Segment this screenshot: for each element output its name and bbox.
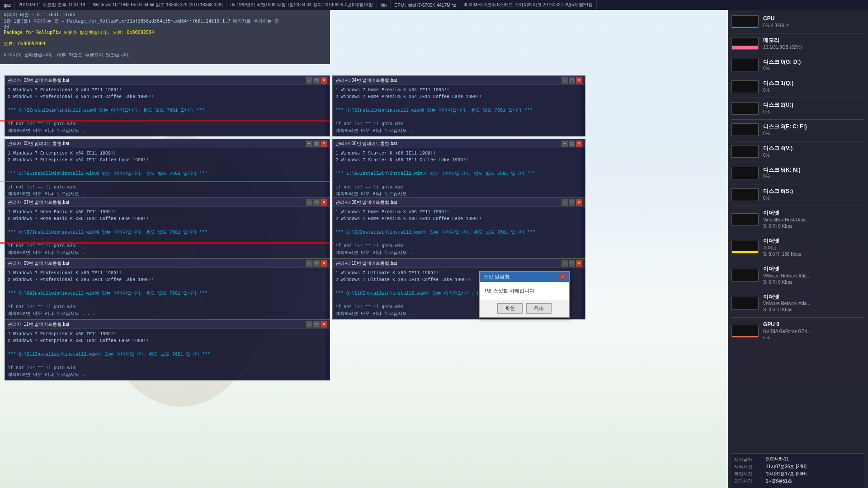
cmd-titlebar-cmd3: 관리자: 05번 업데이트통합.bat−□✕ — [5, 139, 330, 148]
cmd-line-cmd7-0: 1 Windows 7 Professional K x86 IE11 1909… — [8, 270, 327, 277]
sidebar-sub-label-disk2: 0% — [763, 109, 793, 115]
cmd-minimize-btn-cmd2[interactable]: − — [561, 77, 568, 84]
sidebar-divider — [731, 206, 864, 206]
cmd-title-text-cmd1: 관리자: 03번 업데이트통합.bat — [8, 77, 69, 84]
cmd-close-btn-cmd7[interactable]: ✕ — [321, 260, 327, 267]
cmd-line-cmd4-3: *** I:\$6Installwin\install2.wim에 있는 이미지… — [335, 170, 582, 177]
scan-line-cyan-1 — [0, 181, 330, 182]
taskbar-datetime: 2019.09.11 수요일 오후 01:31:18 — [15, 0, 89, 10]
cmd-minimize-btn-cmd7[interactable]: − — [306, 260, 312, 267]
cmd-controls-cmd5: −□✕ — [306, 199, 327, 206]
sidebar-main-label-disk2: 디스크 2(U:) — [763, 101, 793, 109]
cmd-line-cmd1-6: 계속하려면 아무 키나 누르십시오 . — [8, 127, 327, 134]
sidebar-divider — [731, 163, 864, 163]
cmd-line-cmd5-3: *** V:\$7Installwin\install2.wim에 있는 이미지… — [8, 229, 327, 236]
cmd-line-cmd4-5: if not lk! == !l goto.wim — [335, 184, 582, 191]
cmd-maximize-btn-cmd5[interactable]: □ — [313, 199, 320, 206]
cmd-maximize-btn-cmd4[interactable]: □ — [569, 141, 575, 147]
sidebar-item-disk6: 디스크 6(S:)0% — [731, 186, 864, 203]
cmd-scrollbar-cmd4[interactable] — [581, 148, 585, 199]
cmd-close-btn-cmd3[interactable]: ✕ — [321, 141, 327, 147]
sidebar-label-disk2: 디스크 2(U:)0% — [763, 101, 793, 115]
sidebar-item-net2: 이더넷이더넷 S: 8.0 R: 136 Kbps — [731, 236, 864, 259]
sidebar-divider — [731, 234, 864, 234]
cmd-scrollbar-cmd7[interactable] — [326, 268, 330, 319]
cmd-maximize-btn-cmd3[interactable]: □ — [313, 141, 320, 147]
cmd-scrollbar-cmd3[interactable] — [326, 148, 330, 199]
dialog-cancel-button[interactable]: 취소 — [526, 303, 552, 314]
sidebar-label-disk3: 디스크 3(E: C: F:)0% — [763, 123, 807, 137]
dialog-close-button[interactable]: ✕ — [559, 274, 566, 280]
sidebar-item-mem: 메모리10.1/31.9GB (32%) — [731, 35, 864, 52]
cmd-line-cmd4-1: 2 Windows 7 Starter K x86 IE11 Coffee La… — [335, 157, 582, 164]
cmd-controls-cmd3: −□✕ — [306, 141, 327, 147]
cmd-window-cmd3: 관리자: 05번 업데이트통합.bat−□✕ 1 Windows 7 Enter… — [5, 139, 330, 200]
cmd-close-btn-cmd8[interactable]: ✕ — [576, 260, 582, 267]
sidebar-bar-gpu — [731, 325, 759, 338]
cmd-maximize-btn-cmd2[interactable]: □ — [569, 77, 575, 84]
cmd-close-btn-cmd1[interactable]: ✕ — [321, 77, 327, 84]
cmd-line-cmd4-2 — [335, 164, 582, 170]
sidebar-main-label-net1: 이더넷 — [763, 209, 808, 217]
cmd-line-cmd2-5: if not lk! == !l goto.wim — [335, 121, 582, 127]
cmd-minimize-btn-cmd4[interactable]: − — [561, 141, 568, 147]
cmd-line-cmd6-0: 1 Windows 7 Home Premium K x86 IE11 1909… — [335, 209, 582, 216]
start-time-key: 시작시간: — [734, 464, 766, 470]
sidebar-main-label-net4: 이더넷 — [763, 293, 810, 301]
cmd-minimize-btn-cmd8[interactable]: − — [561, 260, 568, 267]
sidebar-main-label-disk0: 디스크 0(G: D:) — [763, 58, 801, 66]
cmd-title-text-cmd8: 관리자: 10번 업데이트통합.bat — [335, 260, 397, 267]
cmd-close-btn-cmd4[interactable]: ✕ — [576, 141, 582, 147]
dialog-ok-button[interactable]: 확인 — [497, 303, 523, 314]
cmd-line-cmd2-4 — [335, 114, 582, 121]
cmd-maximize-btn-cmd9[interactable]: □ — [313, 321, 320, 328]
sidebar-divider — [731, 98, 864, 98]
cmd-close-btn-cmd2[interactable]: ✕ — [576, 77, 582, 84]
time-row-confirm-time: 확인시간: 13시31분17초 [24H] — [734, 471, 862, 477]
cmd-line-cmd9-3: *** Q:\$11Installwin\install2.wim에 있는 이미… — [8, 351, 327, 358]
cmd-close-btn-cmd5[interactable]: ✕ — [321, 199, 327, 206]
cmd-minimize-btn-cmd5[interactable]: − — [306, 199, 312, 206]
sidebar-bar-disk6 — [731, 188, 759, 201]
sidebar-bar-fill-cpu — [732, 27, 758, 28]
taskbar-cpu-info: CPU : intel i7-6700K 4417MHz — [391, 0, 460, 10]
cmd-maximize-btn-cmd7[interactable]: □ — [313, 260, 320, 267]
cmd-scrollbar-cmd1[interactable] — [326, 85, 330, 136]
cmd-line-cmd4-6: 계속하려면 아무 키나 누르십시오 . — [335, 191, 582, 197]
cmd-close-btn-cmd6[interactable]: ✕ — [576, 199, 582, 206]
cmd-maximize-btn-cmd1[interactable]: □ — [313, 77, 320, 84]
cmd-scrollbar-cmd2[interactable] — [581, 85, 585, 136]
main-line2: 1종 1물(물) 처리하는 중 - Package_for_RollupFix~… — [4, 18, 326, 24]
sidebar-bar-cpu — [731, 15, 759, 28]
cmd-maximize-btn-cmd8[interactable]: □ — [569, 260, 575, 267]
cmd-content-cmd2: 1 Windows 7 Home Premium K x64 IE11 1909… — [333, 85, 585, 136]
cmd-line-cmd9-1: 2 Windows 7 Enterprise K x86 IE11 Coffee… — [8, 338, 327, 344]
cmd-close-btn-cmd9[interactable]: ✕ — [321, 321, 327, 328]
cmd-minimize-btn-cmd3[interactable]: − — [306, 141, 312, 147]
cmd-window-cmd2: 관리자: 04번 업데이트통합.bat−□✕ 1 Windows 7 Home … — [332, 75, 585, 136]
cmd-line-cmd5-4 — [8, 236, 327, 243]
sidebar-item-disk3: 디스크 3(E: C: F:)0% — [731, 122, 864, 138]
cmd-maximize-btn-cmd6[interactable]: □ — [569, 199, 575, 206]
cmd-scrollbar-cmd6[interactable] — [581, 207, 585, 258]
cmd-titlebar-cmd9: 관리자: 11번 업데이트통합.bat−□✕ — [5, 320, 330, 329]
cmd-titlebar-cmd7: 관리자: 09번 업데이트통합.bat−□✕ — [5, 259, 330, 268]
cmd-titlebar-cmd5: 관리자: 07번 업데이트통합.bat−□✕ — [5, 198, 330, 207]
cmd-minimize-btn-cmd9[interactable]: − — [306, 321, 312, 328]
start-date-key: 시작날짜: — [734, 456, 766, 463]
taskbar-app-name: qaz — [0, 0, 15, 10]
sidebar-bar-disk1 — [731, 80, 759, 93]
cmd-line-cmd1-2 — [8, 100, 327, 107]
dialog-titlebar: 스샷 알림창 ✕ — [480, 272, 569, 282]
cmd-minimize-btn-cmd6[interactable]: − — [561, 199, 568, 206]
cmd-scrollbar-cmd9[interactable] — [326, 329, 330, 380]
dialog-box: 스샷 알림창 ✕ 1번 스샷할 차례입니다 확인 취소 — [479, 271, 570, 318]
cmd-minimize-btn-cmd1[interactable]: − — [306, 77, 312, 84]
main-line3: 33 — [4, 24, 326, 29]
cmd-scrollbar-cmd5[interactable] — [326, 207, 330, 258]
sidebar-sub-label-disk1: 0% — [763, 87, 793, 94]
sidebar-item-disk4: 디스크 4(V:)0% — [731, 143, 864, 160]
sidebar-item-gpu: GPU 0NVIDIA GeForce GTX... 5% — [731, 319, 864, 343]
sidebar-item-disk5: 디스크 5(K: N:)0% — [731, 165, 864, 182]
cmd-scrollbar-cmd8[interactable] — [581, 268, 585, 319]
